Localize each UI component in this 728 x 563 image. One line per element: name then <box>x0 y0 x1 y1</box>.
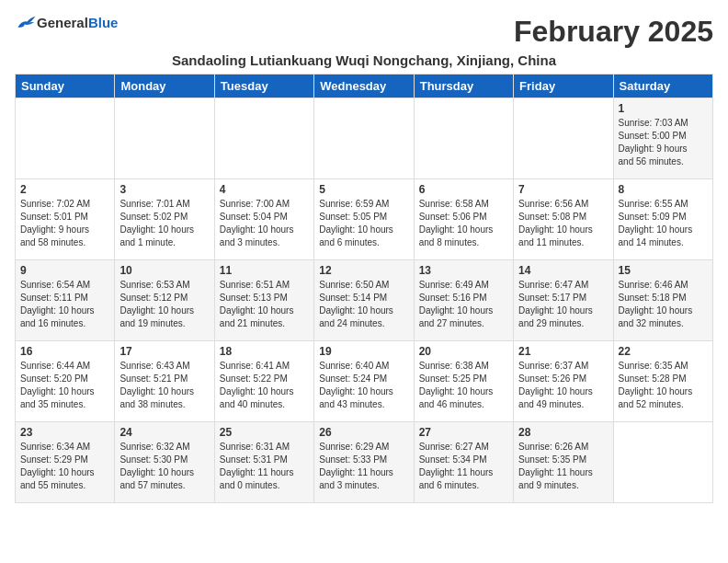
table-row: 5Sunrise: 6:59 AM Sunset: 5:05 PM Daylig… <box>314 179 414 260</box>
day-info: Sunrise: 7:00 AM Sunset: 5:04 PM Dayligh… <box>220 198 309 249</box>
day-info: Sunrise: 6:56 AM Sunset: 5:08 PM Dayligh… <box>518 198 608 249</box>
day-number: 24 <box>119 426 209 439</box>
day-number: 27 <box>419 426 508 439</box>
day-number: 11 <box>220 264 309 277</box>
table-row: 12Sunrise: 6:50 AM Sunset: 5:14 PM Dayli… <box>314 260 414 341</box>
table-row: 10Sunrise: 6:53 AM Sunset: 5:12 PM Dayli… <box>115 260 214 341</box>
day-number: 17 <box>119 345 209 358</box>
day-number: 6 <box>419 183 508 196</box>
day-info: Sunrise: 6:51 AM Sunset: 5:13 PM Dayligh… <box>220 279 309 330</box>
day-info: Sunrise: 6:26 AM Sunset: 5:35 PM Dayligh… <box>518 441 608 492</box>
header-wednesday: Wednesday <box>314 75 414 98</box>
day-info: Sunrise: 7:01 AM Sunset: 5:02 PM Dayligh… <box>119 198 209 249</box>
table-row <box>115 98 214 179</box>
table-row: 2Sunrise: 7:02 AM Sunset: 5:01 PM Daylig… <box>16 179 115 260</box>
table-row: 13Sunrise: 6:49 AM Sunset: 5:16 PM Dayli… <box>414 260 513 341</box>
day-number: 14 <box>518 264 608 277</box>
table-row <box>16 98 115 179</box>
day-info: Sunrise: 6:46 AM Sunset: 5:18 PM Dayligh… <box>619 279 708 330</box>
table-row: 7Sunrise: 6:56 AM Sunset: 5:08 PM Daylig… <box>514 179 613 260</box>
day-number: 4 <box>220 183 309 196</box>
header-monday: Monday <box>115 75 214 98</box>
day-number: 8 <box>619 183 708 196</box>
day-info: Sunrise: 6:29 AM Sunset: 5:33 PM Dayligh… <box>319 441 408 492</box>
table-row: 11Sunrise: 6:51 AM Sunset: 5:13 PM Dayli… <box>214 260 313 341</box>
page-header: GeneralBlue February 2025 <box>15 15 713 49</box>
month-title: February 2025 <box>514 15 713 49</box>
day-info: Sunrise: 6:35 AM Sunset: 5:28 PM Dayligh… <box>619 360 708 411</box>
logo-blue-text: Blue <box>88 15 119 30</box>
calendar-week-4: 16Sunrise: 6:44 AM Sunset: 5:20 PM Dayli… <box>16 341 713 422</box>
table-row <box>514 98 613 179</box>
logo-bird-icon <box>17 15 37 31</box>
table-row: 26Sunrise: 6:29 AM Sunset: 5:33 PM Dayli… <box>314 422 414 503</box>
logo-general-text: General <box>37 15 88 30</box>
calendar-week-1: 1Sunrise: 7:03 AM Sunset: 5:00 PM Daylig… <box>16 98 713 179</box>
day-info: Sunrise: 7:02 AM Sunset: 5:01 PM Dayligh… <box>20 198 109 249</box>
day-number: 20 <box>419 345 508 358</box>
day-info: Sunrise: 6:44 AM Sunset: 5:20 PM Dayligh… <box>20 360 109 411</box>
table-row: 24Sunrise: 6:32 AM Sunset: 5:30 PM Dayli… <box>115 422 214 503</box>
calendar-week-5: 23Sunrise: 6:34 AM Sunset: 5:29 PM Dayli… <box>16 422 713 503</box>
day-info: Sunrise: 6:31 AM Sunset: 5:31 PM Dayligh… <box>220 441 309 492</box>
day-number: 7 <box>518 183 608 196</box>
day-info: Sunrise: 6:34 AM Sunset: 5:29 PM Dayligh… <box>20 441 109 492</box>
header-thursday: Thursday <box>414 75 513 98</box>
table-row: 25Sunrise: 6:31 AM Sunset: 5:31 PM Dayli… <box>214 422 313 503</box>
day-number: 22 <box>619 345 708 358</box>
table-row: 4Sunrise: 7:00 AM Sunset: 5:04 PM Daylig… <box>214 179 313 260</box>
header-tuesday: Tuesday <box>214 75 313 98</box>
day-info: Sunrise: 6:50 AM Sunset: 5:14 PM Dayligh… <box>319 279 408 330</box>
calendar-header-row: Sunday Monday Tuesday Wednesday Thursday… <box>16 75 713 98</box>
table-row: 15Sunrise: 6:46 AM Sunset: 5:18 PM Dayli… <box>613 260 712 341</box>
day-info: Sunrise: 6:58 AM Sunset: 5:06 PM Dayligh… <box>419 198 508 249</box>
day-number: 9 <box>20 264 109 277</box>
day-number: 26 <box>319 426 408 439</box>
day-info: Sunrise: 6:49 AM Sunset: 5:16 PM Dayligh… <box>419 279 508 330</box>
day-info: Sunrise: 6:54 AM Sunset: 5:11 PM Dayligh… <box>20 279 109 330</box>
day-info: Sunrise: 6:55 AM Sunset: 5:09 PM Dayligh… <box>619 198 708 249</box>
table-row: 18Sunrise: 6:41 AM Sunset: 5:22 PM Dayli… <box>214 341 313 422</box>
table-row: 27Sunrise: 6:27 AM Sunset: 5:34 PM Dayli… <box>414 422 513 503</box>
header-sunday: Sunday <box>16 75 115 98</box>
table-row: 19Sunrise: 6:40 AM Sunset: 5:24 PM Dayli… <box>314 341 414 422</box>
header-saturday: Saturday <box>613 75 712 98</box>
day-info: Sunrise: 6:37 AM Sunset: 5:26 PM Dayligh… <box>518 360 608 411</box>
table-row: 1Sunrise: 7:03 AM Sunset: 5:00 PM Daylig… <box>613 98 712 179</box>
day-info: Sunrise: 6:27 AM Sunset: 5:34 PM Dayligh… <box>419 441 508 492</box>
day-info: Sunrise: 6:47 AM Sunset: 5:17 PM Dayligh… <box>518 279 608 330</box>
day-info: Sunrise: 6:43 AM Sunset: 5:21 PM Dayligh… <box>119 360 209 411</box>
day-number: 3 <box>119 183 209 196</box>
header-friday: Friday <box>514 75 613 98</box>
table-row: 9Sunrise: 6:54 AM Sunset: 5:11 PM Daylig… <box>16 260 115 341</box>
table-row <box>314 98 414 179</box>
table-row: 21Sunrise: 6:37 AM Sunset: 5:26 PM Dayli… <box>514 341 613 422</box>
day-number: 13 <box>419 264 508 277</box>
day-info: Sunrise: 6:32 AM Sunset: 5:30 PM Dayligh… <box>119 441 209 492</box>
table-row: 23Sunrise: 6:34 AM Sunset: 5:29 PM Dayli… <box>16 422 115 503</box>
table-row: 22Sunrise: 6:35 AM Sunset: 5:28 PM Dayli… <box>613 341 712 422</box>
day-info: Sunrise: 6:40 AM Sunset: 5:24 PM Dayligh… <box>319 360 408 411</box>
day-number: 1 <box>619 102 708 115</box>
day-info: Sunrise: 6:59 AM Sunset: 5:05 PM Dayligh… <box>319 198 408 249</box>
calendar-week-2: 2Sunrise: 7:02 AM Sunset: 5:01 PM Daylig… <box>16 179 713 260</box>
day-number: 18 <box>220 345 309 358</box>
table-row: 6Sunrise: 6:58 AM Sunset: 5:06 PM Daylig… <box>414 179 513 260</box>
table-row: 16Sunrise: 6:44 AM Sunset: 5:20 PM Dayli… <box>16 341 115 422</box>
day-number: 28 <box>518 426 608 439</box>
calendar-week-3: 9Sunrise: 6:54 AM Sunset: 5:11 PM Daylig… <box>16 260 713 341</box>
day-info: Sunrise: 6:41 AM Sunset: 5:22 PM Dayligh… <box>220 360 309 411</box>
day-number: 15 <box>619 264 708 277</box>
table-row: 28Sunrise: 6:26 AM Sunset: 5:35 PM Dayli… <box>514 422 613 503</box>
day-number: 12 <box>319 264 408 277</box>
day-number: 21 <box>518 345 608 358</box>
table-row <box>613 422 712 503</box>
day-number: 10 <box>119 264 209 277</box>
day-info: Sunrise: 6:53 AM Sunset: 5:12 PM Dayligh… <box>119 279 209 330</box>
table-row: 8Sunrise: 6:55 AM Sunset: 5:09 PM Daylig… <box>613 179 712 260</box>
location-title: Sandaoling Lutiankuang Wuqi Nongchang, X… <box>15 52 713 68</box>
day-number: 25 <box>220 426 309 439</box>
calendar-table: Sunday Monday Tuesday Wednesday Thursday… <box>15 74 713 503</box>
table-row: 3Sunrise: 7:01 AM Sunset: 5:02 PM Daylig… <box>115 179 214 260</box>
day-number: 19 <box>319 345 408 358</box>
